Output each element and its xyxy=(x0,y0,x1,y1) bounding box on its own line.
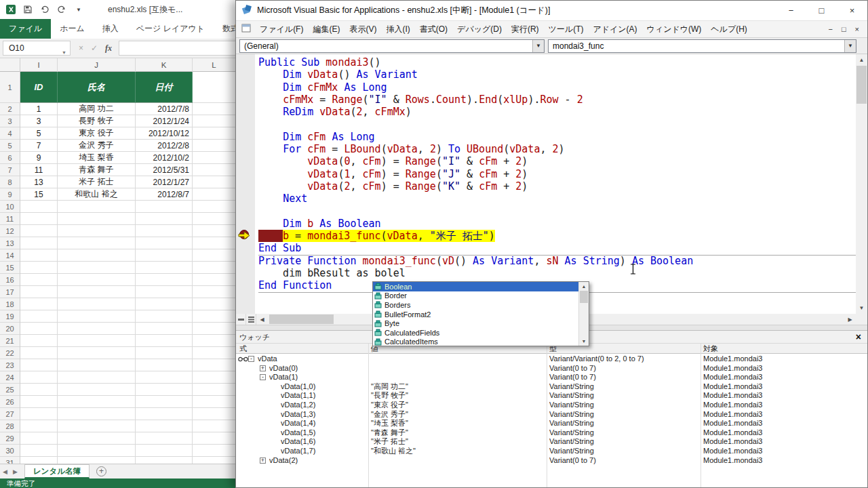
cell-K3[interactable]: 2012/1/24 xyxy=(136,115,193,127)
menu-挿入(I)[interactable]: 挿入(I) xyxy=(381,21,414,38)
enter-icon[interactable]: ✓ xyxy=(91,43,98,53)
intellisense-item-Borders[interactable]: Borders xyxy=(373,300,578,310)
cell-I10[interactable] xyxy=(20,201,58,213)
cell-J16[interactable] xyxy=(58,274,136,286)
cell-I29[interactable] xyxy=(20,432,58,445)
cell-K9[interactable]: 2012/8/7 xyxy=(136,188,193,201)
cell-K23[interactable] xyxy=(136,359,193,371)
row-header-27[interactable]: 27 xyxy=(0,408,20,420)
child-close-icon[interactable]: × xyxy=(855,25,859,33)
watch-col-expression[interactable]: 式 xyxy=(239,344,247,354)
cell-L3[interactable] xyxy=(193,115,236,127)
cell-L7[interactable] xyxy=(193,164,236,176)
intellisense-item-Byte[interactable]: Byte xyxy=(373,319,578,328)
procedure-combo[interactable]: mondai3_func ▼ xyxy=(548,39,856,53)
scroll-right-icon[interactable]: ▶ xyxy=(844,314,856,325)
cell-J31[interactable] xyxy=(58,457,136,464)
cell-L10[interactable] xyxy=(193,201,236,213)
watch-col-context[interactable]: 対象 xyxy=(703,344,718,354)
cell-K25[interactable] xyxy=(136,384,193,396)
collapse-icon[interactable]: - xyxy=(260,374,266,380)
cell-K19[interactable] xyxy=(136,310,193,323)
cell-J25[interactable] xyxy=(58,384,136,396)
cell-I27[interactable] xyxy=(20,408,58,420)
scroll-up-icon[interactable]: ▲ xyxy=(579,282,589,291)
cell-I6[interactable]: 9 xyxy=(20,152,58,164)
cell-K30[interactable] xyxy=(136,445,193,457)
cell-I23[interactable] xyxy=(20,359,58,371)
cell-L24[interactable] xyxy=(193,371,236,384)
expand-icon[interactable]: + xyxy=(260,458,266,464)
cell-K13[interactable] xyxy=(136,237,193,249)
watch-row-vData(1)[interactable]: -vData(1)Variant(0 to 7)Module1.mondai3 xyxy=(236,373,867,382)
cell-K18[interactable] xyxy=(136,298,193,310)
vertical-scrollbar[interactable]: ▲ ▼ xyxy=(856,54,867,314)
cell-I3[interactable]: 3 xyxy=(20,115,58,127)
cell-J14[interactable] xyxy=(58,249,136,262)
formula-input[interactable] xyxy=(119,41,236,56)
object-combo-dropdown-icon[interactable]: ▼ xyxy=(532,40,544,52)
row-header-23[interactable]: 23 xyxy=(0,359,20,371)
cell-L20[interactable] xyxy=(193,323,236,335)
cell-J9[interactable]: 和歌山 裕之 xyxy=(58,188,136,201)
object-combo[interactable]: (General) ▼ xyxy=(239,39,545,53)
watch-row-vData[interactable]: -vDataVariant/Variant(0 to 2, 0 to 7)Mod… xyxy=(236,354,867,364)
cell-J8[interactable]: 米子 拓士 xyxy=(58,176,136,188)
cancel-icon[interactable]: × xyxy=(79,43,83,53)
cell-L14[interactable] xyxy=(193,249,236,262)
cell-K27[interactable] xyxy=(136,408,193,420)
cell-I25[interactable] xyxy=(20,384,58,396)
cell-J28[interactable] xyxy=(58,420,136,432)
menu-編集(E)[interactable]: 編集(E) xyxy=(308,21,344,38)
cell-L23[interactable] xyxy=(193,359,236,371)
row-header-7[interactable]: 7 xyxy=(0,164,20,176)
cell-I26[interactable] xyxy=(20,396,58,408)
cell-L5[interactable] xyxy=(193,140,236,152)
cell-I11[interactable] xyxy=(20,213,58,225)
row-header-17[interactable]: 17 xyxy=(0,286,20,298)
cell-I9[interactable]: 15 xyxy=(20,188,58,201)
row-header-2[interactable]: 2 xyxy=(0,103,20,115)
row-header-26[interactable]: 26 xyxy=(0,396,20,408)
intellisense-item-CalculatedItems[interactable]: CalculatedItems xyxy=(373,338,578,346)
cell-L18[interactable] xyxy=(193,298,236,310)
cell-L12[interactable] xyxy=(193,225,236,237)
minimize-button[interactable]: − xyxy=(776,1,806,21)
code-line-17[interactable]: Private Function mondai3_func(vD() As Va… xyxy=(258,255,856,267)
cell-K28[interactable] xyxy=(136,420,193,432)
cell-I8[interactable]: 13 xyxy=(20,176,58,188)
cell-J26[interactable] xyxy=(58,396,136,408)
code-line-14[interactable]: Dim b As Boolean xyxy=(258,218,856,230)
cell-L11[interactable] xyxy=(193,213,236,225)
watch-row-vData(1,0)[interactable]: vData(1,0)"高岡 功二"Variant/StringModule1.m… xyxy=(236,382,867,392)
cell-I5[interactable]: 7 xyxy=(20,140,58,152)
ribbon-tab-ホーム[interactable]: ホーム xyxy=(51,19,94,39)
watch-close-icon[interactable]: × xyxy=(856,331,861,344)
add-sheet-icon[interactable]: + xyxy=(96,466,106,476)
cell-K29[interactable] xyxy=(136,432,193,445)
child-restore-icon[interactable]: □ xyxy=(842,25,846,33)
row-header-10[interactable]: 10 xyxy=(0,201,20,213)
cell-K22[interactable] xyxy=(136,347,193,359)
menu-ウィンドウ(W)[interactable]: ウィンドウ(W) xyxy=(642,21,707,38)
code-line-11[interactable]: vData(2, cFm) = Range("K" & cFm + 2) xyxy=(258,180,856,192)
intellisense-item-Boolean[interactable]: Boolean xyxy=(373,282,578,291)
row-header-18[interactable]: 18 xyxy=(0,298,20,310)
cell-J15[interactable] xyxy=(58,262,136,274)
cell-J5[interactable]: 金沢 秀子 xyxy=(58,140,136,152)
cell-L15[interactable] xyxy=(193,262,236,274)
row-header-5[interactable]: 5 xyxy=(0,140,20,152)
cell-K7[interactable]: 2012/5/31 xyxy=(136,164,193,176)
name-box[interactable]: O10 ▼ xyxy=(3,41,71,56)
cell-I28[interactable] xyxy=(20,420,58,432)
vertical-scroll-thumb[interactable] xyxy=(856,66,867,104)
cell-L25[interactable] xyxy=(193,384,236,396)
cell-K2[interactable]: 2012/7/8 xyxy=(136,103,193,115)
row-header-1[interactable]: 1 xyxy=(0,72,20,103)
margin-indicator-bar[interactable] xyxy=(236,54,255,314)
cell-J3[interactable]: 長野 牧子 xyxy=(58,115,136,127)
row-header-16[interactable]: 16 xyxy=(0,274,20,286)
cell-I24[interactable] xyxy=(20,371,58,384)
menu-実行(R)[interactable]: 実行(R) xyxy=(507,21,544,38)
cell-L1[interactable] xyxy=(193,72,236,103)
